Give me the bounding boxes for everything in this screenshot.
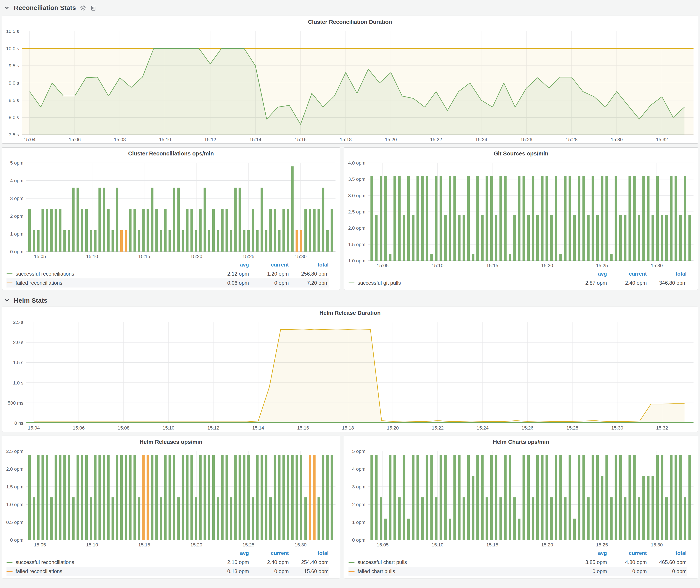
svg-text:15:32: 15:32: [656, 137, 668, 142]
svg-text:15:30: 15:30: [651, 542, 663, 548]
helm-release-duration-chart[interactable]: 0 ns500 ms1.0 s1.5 s2.0 s2.5 s15:0415:06…: [2, 319, 698, 432]
panel-title[interactable]: Cluster Reconciliation Duration: [2, 16, 698, 28]
section-header-helm-stats[interactable]: Helm Stats: [2, 294, 698, 307]
section-header-reconciliation-stats[interactable]: Reconciliation Stats: [2, 2, 698, 14]
legend-column-current[interactable]: current: [607, 271, 647, 277]
svg-text:15:16: 15:16: [297, 425, 309, 431]
svg-text:15:04: 15:04: [28, 425, 40, 431]
svg-text:15:06: 15:06: [73, 425, 85, 431]
svg-text:15:20: 15:20: [190, 254, 202, 259]
git-sources-opm-chart[interactable]: 1.0 opm1.5 opm2.0 opm2.5 opm3.0 opm3.5 o…: [344, 159, 698, 269]
svg-text:15:15: 15:15: [486, 263, 498, 268]
legend-value: 2.40 opm: [249, 559, 289, 565]
series-label[interactable]: successful reconciliations: [16, 271, 74, 277]
legend-column-total[interactable]: total: [647, 271, 687, 277]
series-color-swatch: [6, 283, 13, 283]
legend-column-current[interactable]: current: [249, 262, 289, 268]
svg-text:1 opm: 1 opm: [352, 520, 365, 525]
legend-value: 4.80 opm: [607, 559, 647, 565]
gear-icon[interactable]: [80, 5, 86, 11]
svg-text:15:30: 15:30: [295, 542, 306, 548]
legend-column-avg[interactable]: avg: [567, 550, 607, 556]
svg-text:3.5 opm: 3.5 opm: [348, 176, 366, 182]
svg-text:1 opm: 1 opm: [10, 231, 23, 237]
trash-icon[interactable]: [90, 5, 96, 11]
chevron-down-icon: [4, 298, 10, 303]
svg-text:2.0 s: 2.0 s: [13, 340, 23, 345]
series-label[interactable]: failed reconciliations: [16, 280, 62, 286]
svg-text:0 opm: 0 opm: [10, 249, 23, 254]
svg-text:15:28: 15:28: [566, 425, 578, 431]
svg-text:4 opm: 4 opm: [352, 466, 365, 472]
legend-header-row: avgcurrenttotal: [6, 549, 329, 558]
svg-text:15:14: 15:14: [252, 425, 264, 431]
svg-text:3 opm: 3 opm: [10, 196, 23, 201]
svg-text:9.0 s: 9.0 s: [9, 80, 19, 86]
legend-value: 1.20 opm: [249, 271, 289, 277]
svg-text:2.5 s: 2.5 s: [13, 320, 23, 325]
legend-column-avg[interactable]: avg: [209, 550, 249, 556]
svg-text:3.0 opm: 3.0 opm: [348, 193, 366, 198]
svg-text:0 ns: 0 ns: [14, 420, 23, 426]
svg-text:15:04: 15:04: [24, 137, 35, 142]
helm-charts-opm-chart[interactable]: 0 opm1 opm2 opm3 opm4 opm5 opm15:0515:10…: [344, 448, 698, 549]
svg-text:10.0 s: 10.0 s: [6, 46, 19, 51]
legend-column-current[interactable]: current: [249, 550, 289, 556]
helm-releases-opm-chart[interactable]: 0 opm0.5 opm1.0 opm1.5 opm2.0 opm2.5 opm…: [2, 448, 340, 549]
series-label[interactable]: successful git pulls: [358, 280, 401, 286]
legend-column-total[interactable]: total: [289, 262, 329, 268]
panel-title[interactable]: Helm Releases ops/min: [2, 436, 340, 448]
svg-text:4.0 opm: 4.0 opm: [348, 160, 366, 166]
svg-text:15:25: 15:25: [596, 263, 608, 268]
panel-git-sources-opm: Git Sources ops/min 1.0 opm1.5 opm2.0 op…: [344, 147, 698, 290]
legend-column-total[interactable]: total: [647, 550, 687, 556]
svg-text:15:15: 15:15: [138, 542, 150, 548]
svg-text:15:22: 15:22: [430, 137, 442, 142]
legend-value: 15.60 opm: [289, 568, 329, 574]
legend-header-row: avgcurrenttotal: [348, 549, 687, 558]
legend: avgcurrenttotalsuccessful reconciliation…: [2, 260, 340, 290]
series-color-swatch: [6, 562, 13, 563]
series-color-swatch: [6, 273, 13, 274]
svg-text:2.0 opm: 2.0 opm: [6, 466, 24, 472]
svg-text:500 ms: 500 ms: [8, 400, 23, 406]
svg-text:1.0 opm: 1.0 opm: [6, 502, 24, 507]
svg-text:15:16: 15:16: [295, 137, 306, 142]
svg-text:1.5 opm: 1.5 opm: [6, 484, 24, 489]
legend-column-current[interactable]: current: [607, 550, 647, 556]
legend-column-avg[interactable]: avg: [209, 262, 249, 268]
legend-header-row: avgcurrenttotal: [348, 269, 687, 278]
svg-text:2.0 opm: 2.0 opm: [348, 225, 366, 231]
svg-text:15:30: 15:30: [295, 254, 306, 259]
legend-header-row: avgcurrenttotal: [6, 260, 329, 269]
series-label[interactable]: successful chart pulls: [358, 559, 407, 565]
svg-text:5 opm: 5 opm: [352, 449, 365, 454]
svg-text:15:10: 15:10: [86, 542, 98, 548]
panel-title[interactable]: Git Sources ops/min: [344, 148, 698, 159]
svg-text:15:05: 15:05: [34, 542, 46, 548]
series-label[interactable]: failed reconciliations: [16, 568, 62, 574]
legend-value: 346.80 opm: [647, 280, 687, 286]
svg-text:15:10: 15:10: [163, 425, 174, 431]
panel-title[interactable]: Helm Charts ops/min: [344, 436, 698, 448]
svg-text:15:12: 15:12: [207, 425, 219, 431]
legend-row: failed reconciliations0.13 opm0 opm15.60…: [6, 567, 329, 576]
series-label[interactable]: failed chart pulls: [358, 568, 395, 574]
svg-text:0 opm: 0 opm: [352, 537, 365, 543]
series-label[interactable]: successful reconciliations: [16, 559, 74, 565]
legend-value: 0 opm: [647, 568, 687, 574]
svg-text:15:25: 15:25: [242, 254, 254, 259]
svg-text:15:18: 15:18: [342, 425, 354, 431]
svg-text:15:24: 15:24: [475, 137, 487, 142]
legend-column-avg[interactable]: avg: [567, 271, 607, 277]
panel-title[interactable]: Helm Release Duration: [2, 307, 698, 319]
svg-text:8.0 s: 8.0 s: [9, 115, 19, 120]
legend-column-total[interactable]: total: [289, 550, 329, 556]
svg-text:15:14: 15:14: [249, 137, 261, 142]
svg-text:15:10: 15:10: [432, 542, 444, 548]
panel-title[interactable]: Cluster Reconciliations ops/min: [2, 148, 340, 159]
legend-value: 2.10 opm: [209, 559, 249, 565]
svg-text:0 opm: 0 opm: [10, 537, 23, 543]
cluster-reconciliations-opm-chart[interactable]: 0 opm1 opm2 opm3 opm4 opm5 opm15:0515:10…: [2, 159, 340, 260]
cluster-reconciliation-duration-chart[interactable]: 7.5 s8.0 s8.5 s9.0 s9.5 s10.0 s10.5 s15:…: [2, 28, 698, 143]
